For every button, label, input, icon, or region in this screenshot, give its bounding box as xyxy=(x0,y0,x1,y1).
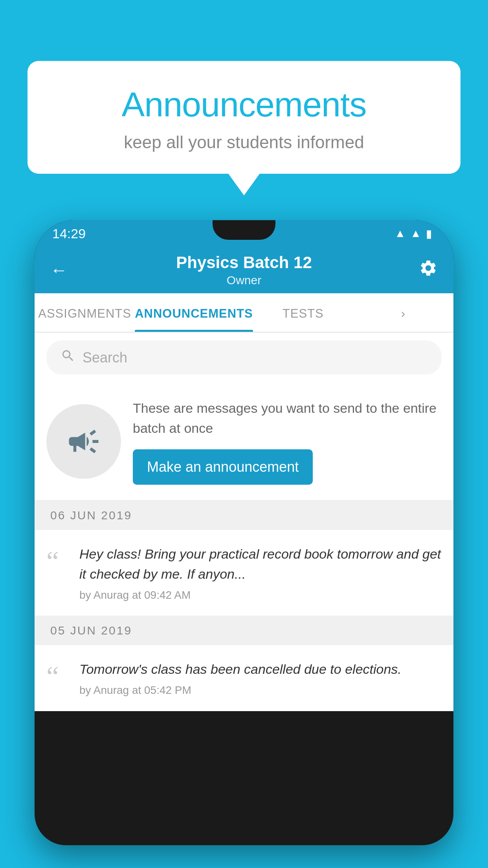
notch xyxy=(213,220,275,240)
announcement-message-2: Tomorrow's class has been cancelled due … xyxy=(79,659,442,679)
phone-content: Search These are messages you want to se… xyxy=(35,333,453,711)
quote-icon-1: “ xyxy=(46,547,70,576)
promo-content: These are messages you want to send to t… xyxy=(133,398,442,485)
quote-icon-2: “ xyxy=(46,662,70,691)
speech-bubble-subtitle: keep all your students informed xyxy=(59,132,429,152)
tab-assignments[interactable]: ASSIGNMENTS xyxy=(35,293,135,332)
speech-bubble-title: Announcements xyxy=(59,85,429,125)
search-icon xyxy=(61,348,75,367)
tab-tests[interactable]: TESTS xyxy=(253,293,353,332)
speech-bubble: Announcements keep all your students inf… xyxy=(28,61,460,174)
phone-frame: 14:29 ▲ ▲ ▮ ← Physics Batch 12 Owner ASS… xyxy=(35,220,453,845)
tab-more[interactable]: › xyxy=(353,293,453,332)
promo-description: These are messages you want to send to t… xyxy=(133,398,442,438)
status-bar: 14:29 ▲ ▲ ▮ xyxy=(35,220,453,247)
app-bar: ← Physics Batch 12 Owner xyxy=(35,247,453,293)
date-section-1: 06 JUN 2019 xyxy=(35,501,453,530)
announcement-text-1: Hey class! Bring your practical record b… xyxy=(79,544,442,601)
tab-announcements[interactable]: ANNOUNCEMENTS xyxy=(135,293,253,332)
signal-icon: ▲ xyxy=(410,227,421,240)
app-bar-title-area: Physics Batch 12 Owner xyxy=(78,253,410,287)
back-arrow-button[interactable]: ← xyxy=(50,260,78,280)
settings-button[interactable] xyxy=(410,259,438,281)
search-bar[interactable]: Search xyxy=(46,340,442,375)
tabs-container: ASSIGNMENTS ANNOUNCEMENTS TESTS › xyxy=(35,293,453,333)
announcement-text-2: Tomorrow's class has been cancelled due … xyxy=(79,659,442,697)
announcement-item-1: “ Hey class! Bring your practical record… xyxy=(35,530,453,616)
battery-icon: ▮ xyxy=(426,227,432,240)
promo-icon-circle xyxy=(46,404,121,479)
app-bar-subtitle: Owner xyxy=(78,274,410,287)
speech-bubble-container: Announcements keep all your students inf… xyxy=(28,61,460,174)
announcement-message-1: Hey class! Bring your practical record b… xyxy=(79,544,442,584)
status-icons: ▲ ▲ ▮ xyxy=(395,227,432,240)
app-bar-title: Physics Batch 12 xyxy=(78,253,410,272)
announcement-item-2: “ Tomorrow's class has been cancelled du… xyxy=(35,645,453,711)
status-time: 14:29 xyxy=(52,226,86,241)
phone-container: 14:29 ▲ ▲ ▮ ← Physics Batch 12 Owner ASS… xyxy=(35,220,453,868)
announcement-meta-2: by Anurag at 05:42 PM xyxy=(79,684,442,697)
announcement-promo: These are messages you want to send to t… xyxy=(35,383,453,501)
search-placeholder: Search xyxy=(83,349,127,366)
make-announcement-button[interactable]: Make an announcement xyxy=(133,449,313,485)
announcement-meta-1: by Anurag at 09:42 AM xyxy=(79,589,442,601)
date-section-2: 05 JUN 2019 xyxy=(35,616,453,645)
wifi-icon: ▲ xyxy=(395,227,406,240)
search-container: Search xyxy=(35,333,453,383)
